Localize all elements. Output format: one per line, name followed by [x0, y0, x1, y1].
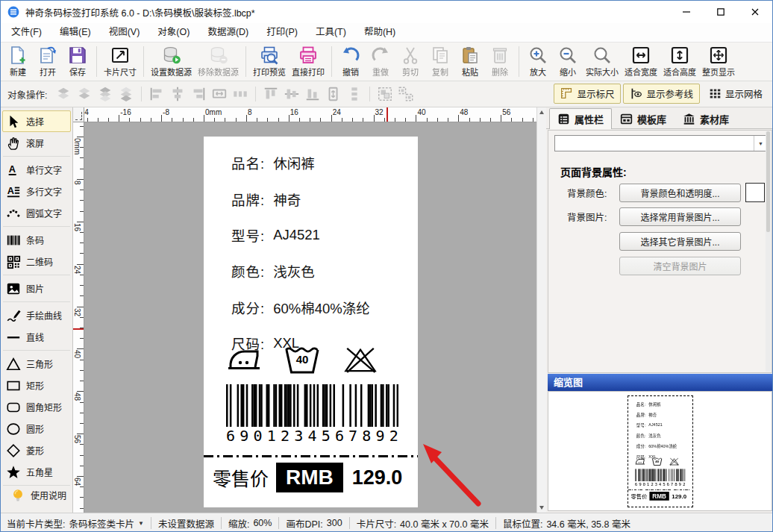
- align-left-icon[interactable]: [148, 86, 165, 102]
- object-selector-dropdown[interactable]: ▼: [554, 135, 768, 151]
- toolbar-button[interactable]: 放大: [523, 43, 553, 80]
- other-bg-image-button[interactable]: 选择其它背景图片...: [619, 232, 741, 251]
- tool-item[interactable]: 条码: [2, 229, 71, 251]
- align-middle-vertical-icon[interactable]: [284, 86, 300, 102]
- tool-item[interactable]: 圆形: [2, 418, 71, 439]
- toolbar-button[interactable]: 粘贴: [455, 43, 485, 80]
- show-grid-toggle[interactable]: 显示网格: [702, 84, 769, 104]
- align-top-icon[interactable]: [263, 86, 279, 102]
- menu-item[interactable]: 帮助(H): [355, 23, 404, 42]
- toolbar-button[interactable]: 打印预览: [250, 43, 289, 80]
- panel-tab[interactable]: 模板库: [612, 108, 675, 129]
- show-guideline-toggle[interactable]: 显示参考线: [623, 84, 700, 104]
- toolbar-button[interactable]: 设置数据源: [148, 43, 195, 80]
- tool-item[interactable]: 三角形: [2, 353, 71, 375]
- canvas-scrollbar[interactable]: [536, 107, 546, 513]
- toolbar-button[interactable]: 剪切: [395, 43, 425, 80]
- toolbar-button[interactable]: 适合宽度: [622, 43, 660, 80]
- tool-item[interactable]: 选择: [2, 110, 71, 132]
- equal-horizontal-spacing-icon[interactable]: [232, 86, 248, 102]
- bg-image-button[interactable]: 选择常用背景图片...: [619, 207, 741, 226]
- help-button[interactable]: 使用说明: [7, 484, 67, 506]
- toolbar-button[interactable]: 复制: [425, 43, 455, 80]
- menu-item[interactable]: 视图(V): [100, 23, 149, 42]
- show-ruler-toggle[interactable]: 显示标尺: [554, 84, 621, 104]
- maximize-button[interactable]: [704, 1, 738, 23]
- toolbar-button[interactable]: 删除: [485, 43, 515, 80]
- label-field[interactable]: 品名: 休闲裤: [231, 145, 413, 181]
- panel-tab[interactable]: 属性栏: [549, 108, 612, 129]
- toolbar-button[interactable]: 缩小: [553, 43, 583, 80]
- price-row[interactable]: 零售价 RMB 129.0: [213, 463, 402, 492]
- do-not-bleach-icon: [669, 457, 679, 466]
- panel-tab[interactable]: 素材库: [675, 108, 737, 129]
- card-size-icon: [110, 46, 130, 65]
- design-canvas[interactable]: 品名: 休闲裤 品牌: 神奇 型号: AJ4521: [84, 122, 536, 513]
- menu-item[interactable]: 打印(P): [257, 23, 307, 42]
- open-file-icon: [38, 46, 57, 65]
- scroll-up-icon[interactable]: [537, 107, 546, 117]
- tool-item[interactable]: 二维码: [2, 251, 71, 272]
- close-button[interactable]: [738, 1, 772, 23]
- group-icon[interactable]: [377, 86, 393, 102]
- toolbar-button[interactable]: 打开: [33, 43, 63, 80]
- scroll-down-icon[interactable]: [537, 503, 546, 513]
- align-center-horizontal-icon[interactable]: [169, 86, 186, 102]
- tool-item[interactable]: 矩形: [2, 375, 71, 396]
- tool-item[interactable]: A 单行文字: [2, 159, 71, 181]
- toolbar-button[interactable]: 实际大小: [583, 43, 622, 80]
- ean13-barcode[interactable]: 6901234567892: [226, 384, 398, 443]
- new-document-icon: [8, 46, 28, 65]
- minimize-button[interactable]: [669, 1, 704, 23]
- panel-scrollbar[interactable]: [766, 131, 771, 372]
- clear-bg-row: 清空背景图片: [619, 257, 741, 275]
- toolbar-button[interactable]: 卡片尺寸: [101, 43, 140, 80]
- tool-item[interactable]: 直线: [2, 326, 71, 348]
- menu-item[interactable]: 工具(T): [307, 23, 355, 42]
- status-bar: 当前卡片类型: 条码标签类卡片 ▼ 未设置数据源 缩放:60% 画布DPI:30…: [1, 513, 772, 532]
- tool-item[interactable]: 手绘曲线: [2, 304, 71, 326]
- toolbar-button[interactable]: 直接打印: [289, 43, 328, 80]
- clear-bg-image-button[interactable]: 清空背景图片: [619, 257, 741, 275]
- tool-item[interactable]: 图片: [2, 278, 71, 299]
- tool-item[interactable]: 圆角矩形: [2, 396, 71, 418]
- label-field[interactable]: 成分: 60%棉40%涤纶: [231, 290, 413, 325]
- label-field[interactable]: 品牌: 神奇: [231, 181, 413, 216]
- align-bottom-icon[interactable]: [304, 86, 321, 102]
- ungroup-icon[interactable]: [398, 86, 414, 102]
- label-field[interactable]: 颜色: 浅灰色: [231, 253, 413, 289]
- equal-height-icon[interactable]: [325, 86, 342, 102]
- menu-item[interactable]: 文件(F): [2, 23, 51, 42]
- send-to-back-icon[interactable]: [118, 86, 134, 102]
- toolbar-button[interactable]: 撤销: [336, 43, 366, 80]
- toolbar-button[interactable]: 适合高度: [660, 43, 699, 80]
- bg-color-swatch[interactable]: [745, 183, 765, 202]
- menu-item[interactable]: 编辑(E): [51, 23, 100, 42]
- barcode-icon: [6, 233, 21, 248]
- align-right-icon[interactable]: [190, 86, 207, 102]
- tool-item[interactable]: A 多行文字: [2, 181, 71, 202]
- label-card[interactable]: 品名: 休闲裤 品牌: 神奇 型号: AJ4521: [204, 137, 418, 507]
- toolbar-button[interactable]: 重做: [366, 43, 395, 80]
- tool-item[interactable]: 菱形: [2, 439, 71, 461]
- care-symbols[interactable]: 40: [226, 345, 378, 375]
- tool-item[interactable]: 圆弧文字: [2, 202, 71, 224]
- toolbar-button[interactable]: 新建: [3, 43, 33, 80]
- bring-to-front-icon[interactable]: [97, 86, 113, 102]
- equal-width-icon[interactable]: [211, 86, 228, 102]
- send-backward-icon[interactable]: [76, 86, 93, 102]
- menu-item[interactable]: 数据源(D): [198, 23, 257, 42]
- tool-item[interactable]: 滚屏: [2, 132, 71, 154]
- card-type-selector[interactable]: 当前卡片类型: 条码标签类卡片 ▼: [7, 516, 144, 531]
- tool-item[interactable]: 五角星: [2, 461, 71, 483]
- bring-forward-icon[interactable]: [55, 86, 72, 102]
- equal-vertical-spacing-icon[interactable]: [346, 86, 363, 102]
- toolbar-button[interactable]: 移除数据源: [195, 43, 242, 80]
- bg-color-button[interactable]: 背景颜色和透明度...: [619, 184, 741, 202]
- label-field[interactable]: 型号: AJ4521: [231, 217, 413, 253]
- toolbar-button[interactable]: 整页显示: [699, 43, 738, 80]
- thumbnail-preview[interactable]: 品名:休闲裤 品牌:神奇 型号:AJ4521: [628, 395, 693, 507]
- main-toolbar: 新建 打开 保存 卡片尺寸 设置数据源: [1, 43, 772, 81]
- menu-item[interactable]: 对象(O): [148, 23, 198, 42]
- toolbar-button[interactable]: 保存: [63, 43, 93, 80]
